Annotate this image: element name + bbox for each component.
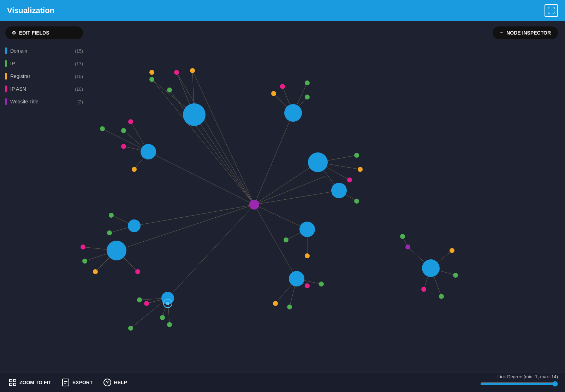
svg-point-95 [400,234,405,239]
svg-point-88 [284,237,289,242]
svg-point-92 [305,283,310,288]
svg-line-36 [254,162,318,205]
svg-rect-115 [13,379,16,382]
svg-point-99 [450,248,454,253]
svg-point-105 [128,219,141,232]
svg-point-102 [141,144,156,159]
svg-line-1 [170,90,254,205]
svg-point-70 [107,230,112,235]
svg-line-4 [192,71,254,205]
svg-line-37 [254,191,339,205]
svg-point-97 [439,294,444,299]
svg-point-86 [347,177,352,182]
svg-point-89 [305,253,310,258]
svg-line-30 [254,113,293,205]
svg-point-100 [183,103,206,126]
svg-point-82 [305,80,310,85]
svg-point-84 [354,153,359,158]
app-title: Visualization [7,6,54,15]
svg-line-45 [254,205,307,229]
svg-rect-116 [10,383,12,386]
svg-line-0 [194,115,254,205]
svg-point-75 [144,301,149,306]
svg-point-87 [354,199,359,204]
svg-point-93 [319,282,324,287]
svg-point-68 [100,126,105,131]
svg-point-94 [405,245,410,249]
svg-point-73 [93,269,98,274]
svg-point-74 [135,269,140,274]
svg-point-83 [305,95,310,99]
svg-point-96 [421,287,426,292]
svg-point-64 [121,128,126,133]
svg-line-24 [168,205,254,298]
svg-point-101 [284,104,302,122]
graph-svg[interactable] [0,21,565,392]
svg-point-76 [160,315,165,320]
link-degree-label: Link Degree (min: 1, max: 14) [498,374,558,379]
svg-point-62 [149,70,154,75]
svg-point-59 [149,77,154,82]
export-button[interactable]: EXPORT [62,379,93,386]
svg-point-106 [107,241,126,260]
svg-point-109 [289,271,304,287]
zoom-to-fit-button[interactable]: ZOOM TO FIT [9,379,51,386]
svg-point-78 [137,297,142,302]
svg-rect-118 [63,379,69,386]
header: Visualization ⛶ [0,0,565,21]
svg-point-104 [331,183,347,198]
svg-point-107 [299,222,315,237]
svg-rect-117 [13,383,16,386]
svg-point-113 [166,302,170,305]
help-label: HELP [114,380,127,385]
svg-point-85 [358,167,363,172]
svg-point-80 [271,91,276,96]
svg-line-16 [134,205,254,226]
svg-point-63 [167,88,172,92]
zoom-to-fit-label: ZOOM TO FIT [19,380,51,385]
svg-point-79 [128,326,133,331]
svg-point-98 [453,273,458,278]
export-label: EXPORT [72,380,93,385]
svg-point-60 [174,70,179,75]
help-icon: ? [103,379,111,386]
svg-line-48 [254,205,297,279]
svg-point-69 [109,213,114,218]
zoom-to-fit-icon [9,379,17,386]
svg-point-72 [82,259,87,264]
svg-point-110 [422,259,440,277]
expand-icon[interactable]: ⛶ [545,4,558,17]
svg-text:?: ? [106,380,109,385]
svg-point-67 [128,119,133,124]
help-button[interactable]: ? HELP [103,379,127,386]
svg-point-77 [167,322,172,327]
svg-line-3 [177,72,254,205]
svg-point-71 [81,245,85,249]
svg-point-61 [190,68,195,73]
link-degree-slider[interactable] [480,381,558,387]
export-icon [62,379,70,386]
svg-line-2 [152,79,254,205]
svg-point-66 [132,167,137,172]
svg-point-103 [308,152,328,172]
graph-canvas[interactable] [0,21,565,392]
svg-line-10 [148,152,254,205]
svg-point-111 [249,200,259,210]
svg-point-81 [280,84,285,89]
svg-point-90 [273,301,278,306]
link-degree-container: Link Degree (min: 1, max: 14) [480,374,558,387]
svg-rect-114 [10,379,12,382]
svg-point-91 [287,304,292,309]
svg-line-35 [254,176,325,205]
svg-point-65 [121,144,126,149]
